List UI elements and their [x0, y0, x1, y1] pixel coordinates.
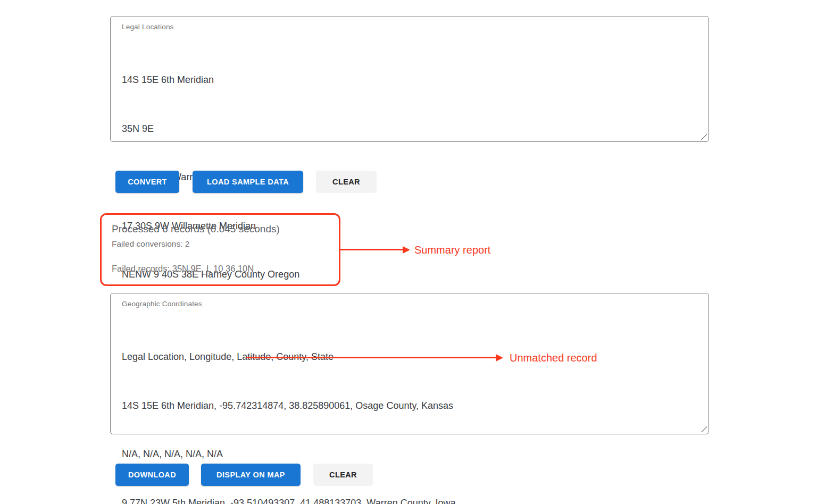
load-sample-data-button[interactable]: LOAD SAMPLE DATA: [193, 171, 303, 193]
convert-button[interactable]: CONVERT: [115, 171, 179, 193]
output-line: 9 77N 23W 5th Meridian, -93.510493307, 4…: [122, 495, 708, 504]
summary-failed-records-text: Failed records: 35N 9E, L 10 36 10N: [112, 262, 339, 275]
input-line: 35N 9E: [122, 121, 708, 137]
legal-locations-textarea[interactable]: Legal Locations 14S 15E 6th Meridian 35N…: [110, 16, 709, 142]
unmatched-annotation-label: Unmatched record: [510, 351, 597, 364]
input-line: 14S 15E 6th Meridian: [122, 72, 708, 88]
summary-processed-text: Processed 6 records (0.045 seconds): [112, 222, 339, 236]
clear-output-button[interactable]: CLEAR: [313, 464, 373, 486]
output-line-unmatched: N/A, N/A, N/A, N/A, N/A: [122, 446, 708, 463]
display-on-map-button[interactable]: DISPLAY ON MAP: [201, 464, 301, 486]
summary-report-highlight: Processed 6 records (0.045 seconds) Fail…: [100, 213, 340, 286]
summary-annotation-arrowhead-icon: [403, 246, 410, 254]
page: Legal Locations 14S 15E 6th Meridian 35N…: [0, 0, 817, 504]
geographic-coordinates-label: Geographic Coordinates: [122, 300, 708, 308]
legal-locations-label: Legal Locations: [122, 23, 708, 31]
summary-failed-conversions-text: Failed conversions: 2: [112, 238, 339, 250]
summary-annotation-label: Summary report: [414, 243, 490, 256]
output-line: 14S 15E 6th Meridian, -95.742314874, 38.…: [122, 398, 708, 414]
geographic-coordinates-textarea[interactable]: Geographic Coordinates Legal Location, L…: [110, 293, 709, 434]
unmatched-annotation-arrow: [246, 357, 497, 358]
summary-annotation-arrow: [340, 249, 403, 250]
download-button[interactable]: DOWNLOAD: [115, 464, 189, 486]
unmatched-annotation-arrowhead-icon: [496, 354, 503, 362]
clear-input-button[interactable]: CLEAR: [316, 171, 377, 193]
